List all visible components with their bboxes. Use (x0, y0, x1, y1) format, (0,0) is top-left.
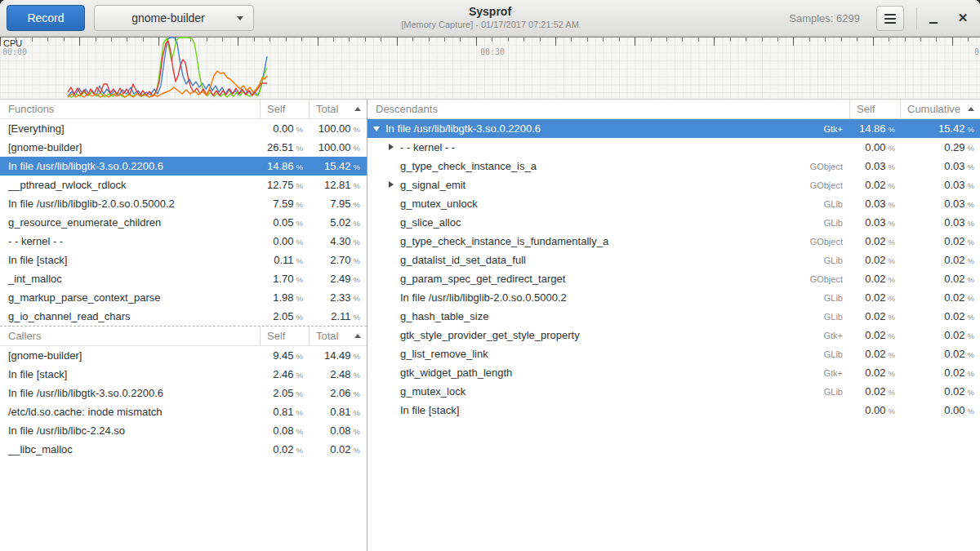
percent-sign: % (889, 181, 895, 190)
percent-cell: 0.00% (900, 404, 980, 416)
percent-cell: 0.03% (900, 160, 980, 172)
expander-closed-icon[interactable] (388, 144, 395, 151)
percent-value: 2.06 (330, 387, 350, 399)
percent-value: 0.02 (865, 348, 885, 360)
tree-row[interactable]: In file [stack]0.00%0.00% (368, 401, 980, 420)
process-selector-dropdown[interactable]: gnome-builder (94, 5, 254, 31)
tree-row[interactable]: g_type_check_instance_is_aGObject0.03%0.… (368, 157, 980, 176)
percent-value: 0.02 (944, 291, 964, 304)
percent-sign: % (889, 238, 895, 247)
percent-cell: 0.02% (900, 367, 980, 379)
percent-sign: % (354, 313, 360, 322)
percent-value: 0.03 (944, 198, 964, 210)
percent-sign: % (968, 407, 974, 415)
percent-value: 12.81 (324, 179, 351, 191)
expander-spacer (388, 350, 395, 358)
tree-row[interactable]: gtk_style_provider_get_style_propertyGtk… (368, 326, 980, 344)
tree-row[interactable]: In file /usr/lib/libgtk-3.so.0.2200.6Gtk… (368, 119, 980, 138)
descendant-name-cell: g_mutex_lock (368, 385, 824, 398)
tree-row[interactable]: gtk_widget_path_lengthGtk+0.02%0.02% (368, 363, 980, 382)
expander-closed-icon[interactable] (388, 181, 395, 189)
library-tag: GLib (824, 256, 843, 265)
percent-cell: 0.05% (260, 216, 309, 229)
tree-row[interactable]: g_param_spec_get_redirect_targetGObject0… (368, 269, 980, 288)
percent-sign: % (296, 144, 303, 153)
tree-row[interactable]: g_hash_table_sizeGLib0.02%0.02% (368, 307, 980, 326)
table-row[interactable]: In file /usr/lib/libc-2.24.so0.08%0.08% (0, 421, 367, 440)
column-header-total[interactable]: Total (309, 100, 367, 118)
table-row[interactable]: In file [stack]0.11%2.70% (0, 251, 367, 269)
percent-value: 0.02 (330, 443, 350, 455)
table-row[interactable]: __libc_malloc0.02%0.02% (0, 440, 367, 459)
table-row[interactable]: g_resource_enumerate_children0.05%5.02% (0, 213, 367, 232)
tree-row[interactable]: g_mutex_unlockGLib0.03%0.03% (368, 194, 980, 213)
table-row[interactable]: _int_malloc1.70%2.49% (0, 269, 367, 288)
library-tag: GLib (824, 218, 843, 228)
percent-value: 0.03 (865, 198, 885, 210)
column-header-functions[interactable]: Functions (0, 100, 260, 118)
column-header-cumulative[interactable]: Cumulative (900, 100, 980, 118)
sort-ascending-icon (354, 107, 361, 111)
percent-sign: % (968, 275, 974, 284)
percent-sign: % (968, 162, 974, 171)
column-header-self[interactable]: Self (849, 100, 900, 118)
table-row[interactable]: In file /usr/lib/libglib-2.0.so.0.5000.2… (0, 194, 367, 213)
descendant-name-label: g_mutex_lock (400, 385, 466, 398)
table-row[interactable]: [Everything]0.00%100.00% (0, 119, 367, 138)
time-tick-label: 00:00 (2, 47, 27, 56)
table-row[interactable]: g_markup_parse_context_parse1.98%2.33% (0, 288, 367, 307)
percent-cell: 0.00% (849, 141, 900, 153)
tree-row[interactable]: g_signal_emitGObject0.02%0.03% (368, 176, 980, 194)
table-row[interactable]: [gnome-builder]9.45%14.49% (0, 346, 367, 365)
percent-cell: 0.02% (900, 385, 980, 398)
percent-sign: % (354, 219, 360, 228)
column-header-self[interactable]: Self (260, 327, 309, 345)
tree-row[interactable]: g_slice_allocGLib0.03%0.03% (368, 213, 980, 232)
descendant-name-cell: g_list_remove_link (368, 348, 824, 360)
column-header-descendants[interactable]: Descendants (368, 100, 849, 118)
library-tag: GLib (824, 349, 843, 359)
minimize-button[interactable] (921, 5, 946, 31)
record-button[interactable]: Record (7, 5, 85, 31)
percent-sign: % (296, 313, 303, 322)
percent-sign: % (296, 352, 303, 361)
percent-value: 1.70 (273, 273, 293, 285)
sort-ascending-icon (354, 334, 361, 338)
table-row[interactable]: /etc/ld.so.cache: inode mismatch0.81%0.8… (0, 402, 367, 421)
percent-sign: % (889, 388, 895, 397)
percent-cell: 0.03% (849, 198, 900, 210)
tree-row[interactable]: g_type_check_instance_is_fundamentally_a… (368, 232, 980, 251)
percent-sign: % (296, 408, 303, 417)
column-header-total[interactable]: Total (309, 327, 367, 345)
percent-value: 12.75 (267, 179, 294, 191)
cpu-timeline[interactable]: CPU 00:0000:3001:00 (0, 37, 980, 100)
table-row[interactable]: In file /usr/lib/libgtk-3.so.0.2200.62.0… (0, 384, 367, 402)
percent-cell: 0.03% (900, 198, 980, 210)
descendant-name-label: g_hash_table_size (400, 310, 488, 322)
percent-cell: 2.46% (260, 368, 309, 380)
table-row[interactable]: __pthread_rwlock_rdlock12.75%12.81% (0, 176, 367, 194)
library-tag: GObject (810, 180, 843, 190)
functions-table-body: [Everything]0.00%100.00%[gnome-builder]2… (0, 119, 367, 326)
percent-sign: % (889, 331, 895, 340)
menu-button[interactable] (876, 6, 904, 31)
tree-row[interactable]: - - kernel - -0.00%0.29% (368, 138, 980, 157)
table-row[interactable]: g_io_channel_read_chars2.05%2.11% (0, 307, 367, 326)
column-header-self[interactable]: Self (260, 100, 309, 118)
percent-value: 0.08 (273, 424, 293, 437)
close-button[interactable]: ✕ (950, 5, 976, 31)
percent-sign: % (889, 162, 895, 171)
percent-sign: % (296, 446, 303, 455)
percent-value: 0.05 (273, 216, 293, 229)
tree-row[interactable]: g_mutex_lockGLib0.02%0.02% (368, 382, 980, 401)
tree-row[interactable]: g_list_remove_linkGLib0.02%0.02% (368, 344, 980, 363)
tree-row[interactable]: In file /usr/lib/libglib-2.0.so.0.5000.2… (368, 288, 980, 307)
tree-row[interactable]: g_datalist_id_set_data_fullGLib0.02%0.02… (368, 251, 980, 269)
column-header-callers[interactable]: Callers (0, 327, 260, 345)
cpu-usage-chart (0, 37, 980, 99)
table-row[interactable]: In file [stack]2.46%2.48% (0, 365, 367, 384)
table-row[interactable]: [gnome-builder]26.51%100.00% (0, 138, 367, 157)
table-row[interactable]: - - kernel - -0.00%4.30% (0, 232, 367, 251)
expander-open-icon[interactable] (373, 125, 381, 132)
table-row[interactable]: In file /usr/lib/libgtk-3.so.0.2200.614.… (0, 157, 367, 176)
